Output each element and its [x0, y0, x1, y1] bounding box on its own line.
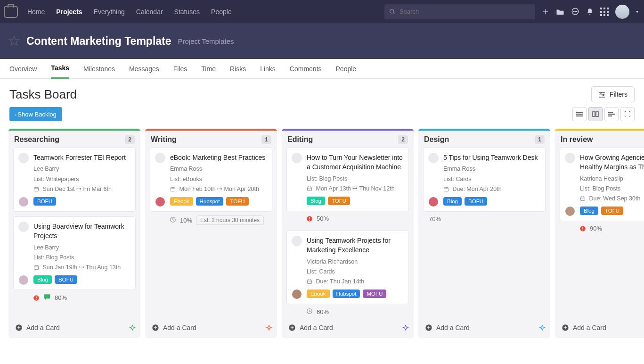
app-logo-icon[interactable]	[4, 6, 18, 18]
search-input[interactable]	[399, 8, 530, 15]
apps-grid-icon[interactable]	[600, 8, 609, 16]
task-card[interactable]: Using Teamwork Projects for Marketing Ex…	[286, 231, 409, 304]
complete-toggle[interactable]	[18, 153, 29, 163]
svg-point-13	[603, 94, 604, 96]
assignee-avatar[interactable]	[19, 197, 28, 207]
tab-milestones[interactable]: Milestones	[83, 59, 115, 79]
column-design: Design15 Tips for Using Teamwork DeskEmm…	[418, 129, 550, 338]
tag[interactable]: Ebook	[170, 197, 193, 206]
view-compact-button[interactable]	[604, 107, 619, 121]
trigger-icon[interactable]	[539, 324, 546, 331]
tag[interactable]: Blog	[443, 197, 462, 206]
tab-risks[interactable]: Risks	[230, 59, 246, 79]
tag[interactable]: Blog	[33, 275, 52, 284]
nav-link-projects[interactable]: Projects	[56, 8, 82, 16]
view-list-button[interactable]	[572, 107, 587, 121]
card-list: List: Blog Posts	[580, 184, 644, 194]
card-list: List: Whitepapers	[33, 174, 130, 184]
bell-icon[interactable]	[586, 8, 594, 16]
tag[interactable]: BOFU	[55, 275, 77, 284]
clock-icon	[170, 216, 176, 224]
assignee-avatar[interactable]	[155, 197, 165, 207]
complete-toggle[interactable]	[292, 153, 302, 163]
tag[interactable]: Blog	[307, 197, 325, 205]
nav-link-home[interactable]: Home	[27, 8, 45, 16]
trigger-icon[interactable]	[402, 324, 409, 331]
add-card-button[interactable]: Add a Card	[145, 317, 277, 338]
tag[interactable]: BOFU	[465, 197, 487, 206]
show-backlog-button[interactable]: ›Show Backlog	[9, 107, 62, 121]
task-card[interactable]: Using Boardview for Teamwork ProjectsLee…	[13, 216, 136, 290]
task-card[interactable]: How Growing Agencies Maintain Healthy Ma…	[560, 148, 644, 221]
task-card[interactable]: eBook: Marketing Best PracticesEmma Ross…	[150, 148, 272, 212]
column-count: 2	[398, 135, 408, 144]
svg-rect-17	[593, 112, 595, 116]
card-tags: BlogTOFU	[307, 197, 403, 205]
add-card-button[interactable]: Add a Card	[8, 317, 140, 338]
board-header: Tasks Board Filters	[0, 79, 644, 102]
filters-button[interactable]: Filters	[591, 86, 635, 102]
tag[interactable]: TOFU	[601, 207, 623, 215]
column-title: Editing	[287, 135, 313, 144]
project-subtitle[interactable]: Project Templates	[178, 37, 234, 45]
assignee-avatar[interactable]	[429, 197, 438, 207]
card-title: Using Boardview for Teamwork Projects	[33, 222, 130, 241]
chevron-down-icon[interactable]: ▾	[636, 9, 638, 14]
task-card[interactable]: 5 Tips for Using Teamwork DeskEmma RossL…	[423, 148, 546, 212]
tab-overview[interactable]: Overview	[9, 59, 37, 79]
tab-files[interactable]: Files	[173, 59, 187, 79]
nav-link-people[interactable]: People	[211, 8, 232, 16]
card-title: Using Teamwork Projects for Marketing Ex…	[307, 236, 403, 255]
calendar-icon	[443, 186, 449, 192]
tag[interactable]: Ebook	[307, 290, 330, 298]
add-card-button[interactable]: Add a Card	[555, 317, 644, 338]
view-board-button[interactable]	[588, 107, 603, 121]
global-search[interactable]	[384, 4, 535, 19]
tab-messages[interactable]: Messages	[129, 59, 159, 79]
nav-link-calendar[interactable]: Calendar	[136, 8, 163, 16]
add-icon[interactable]	[542, 8, 549, 16]
tag[interactable]: Hubspot	[196, 197, 224, 206]
add-card-button[interactable]: Add a Card	[418, 317, 550, 338]
trigger-icon[interactable]	[266, 324, 272, 331]
tag[interactable]: MOFU	[363, 290, 386, 298]
tab-people[interactable]: People	[336, 59, 357, 79]
folder-icon[interactable]	[556, 8, 564, 16]
tab-tasks[interactable]: Tasks	[51, 59, 69, 79]
tag[interactable]: Blog	[580, 207, 598, 215]
tab-time[interactable]: Time	[201, 59, 216, 79]
assignee-avatar[interactable]	[292, 290, 302, 299]
card-title: How Growing Agencies Maintain Healthy Ma…	[580, 153, 644, 172]
nav-link-statuses[interactable]: Statuses	[174, 8, 200, 16]
complete-toggle[interactable]	[292, 236, 302, 246]
alert-icon	[306, 215, 313, 222]
chat-icon[interactable]	[571, 8, 579, 16]
nav-link-everything[interactable]: Everything	[94, 8, 125, 16]
trigger-icon[interactable]	[129, 324, 136, 331]
add-card-label: Add a Card	[26, 324, 60, 331]
column-title: Writing	[151, 135, 177, 144]
task-card[interactable]: Teamwork Forrester TEI ReportLee BarryLi…	[13, 148, 136, 212]
board-title: Tasks Board	[9, 87, 77, 102]
view-fullscreen-button[interactable]	[620, 107, 635, 121]
tag[interactable]: TOFU	[226, 197, 248, 206]
complete-toggle[interactable]	[18, 222, 29, 232]
complete-toggle[interactable]	[565, 153, 575, 163]
tab-comments[interactable]: Comments	[290, 59, 322, 79]
tab-links[interactable]: Links	[260, 59, 276, 79]
add-card-button[interactable]: Add a Card	[282, 317, 414, 338]
assignee-avatar[interactable]	[19, 275, 28, 285]
card-title: 5 Tips for Using Teamwork Desk	[443, 153, 539, 162]
tag[interactable]: Hubspot	[333, 290, 360, 298]
user-avatar[interactable]	[615, 5, 629, 19]
complete-toggle[interactable]	[428, 153, 439, 163]
column-researching: Researching2Teamwork Forrester TEI Repor…	[8, 129, 140, 338]
tag[interactable]: BOFU	[33, 197, 56, 206]
star-icon[interactable]	[8, 35, 20, 47]
assignee-avatar[interactable]	[565, 207, 575, 216]
add-card-label: Add a Card	[300, 324, 333, 331]
complete-toggle[interactable]	[155, 153, 165, 163]
tag[interactable]: TOFU	[328, 197, 350, 205]
calendar-icon	[307, 279, 312, 284]
task-card[interactable]: How to Turn Your Newsletter into a Custo…	[286, 148, 409, 211]
